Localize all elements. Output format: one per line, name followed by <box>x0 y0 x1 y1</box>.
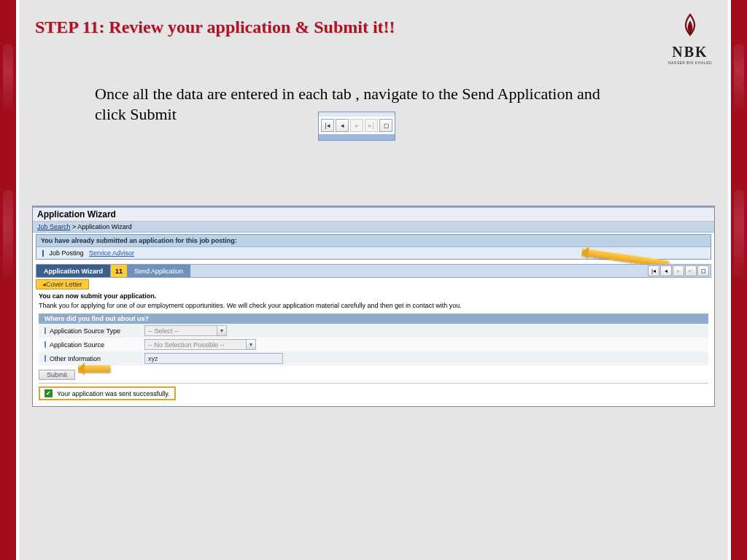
wizard-tab: Application Wizard <box>36 265 110 277</box>
next-icon[interactable]: ▸ <box>350 119 363 132</box>
job-posting-link[interactable]: Service Advisor <box>89 249 134 257</box>
logo-text: NBK <box>661 44 719 61</box>
wizard-step-name[interactable]: Send Application <box>127 265 190 277</box>
source-type-select[interactable]: -- Select -- <box>144 325 217 336</box>
prev-icon[interactable]: ◂ <box>660 265 672 276</box>
chevron-down-icon[interactable]: ▼ <box>217 325 227 336</box>
page-title: STEP 11: Review your application & Submi… <box>35 18 395 37</box>
find-out-section: Where did you find out about us? Applica… <box>39 314 708 365</box>
find-out-header: Where did you find out about us? <box>39 314 708 324</box>
source-select[interactable]: -- No Selection Possible -- <box>144 339 247 350</box>
logo: NBK NASSER BIN KHALED <box>661 13 719 65</box>
close-icon[interactable]: ◻ <box>379 119 392 132</box>
frame-left <box>0 0 16 560</box>
wizard-nav: |◂ ◂ ▸ ▸| ◻ <box>648 265 709 276</box>
check-icon: ✔ <box>44 389 53 397</box>
app-wizard-panel: Application Wizard Job Search > Applicat… <box>32 206 715 407</box>
submit-now-heading: You can now submit your application. <box>39 292 708 300</box>
flame-icon <box>676 13 704 42</box>
frame-right <box>731 0 747 560</box>
nav-toolbar-thumbnail: |◂ ◂ ▸ ▸| ◻ <box>318 112 395 141</box>
source-type-label: Application Source Type <box>50 327 144 335</box>
submit-button[interactable]: Submit <box>39 370 75 380</box>
first-icon[interactable]: |◂ <box>648 265 659 276</box>
wizard-step-number: 11 <box>110 265 127 277</box>
close-icon[interactable]: ◻ <box>697 265 709 276</box>
last-icon[interactable]: ▸| <box>365 119 378 132</box>
success-message: ✔ Your application was sent successfully… <box>39 386 176 400</box>
already-submitted-header: You have already submitted an applicatio… <box>36 235 711 246</box>
other-info-field[interactable]: xyz <box>144 353 283 364</box>
callout-arrow-icon <box>78 365 110 373</box>
breadcrumb-link[interactable]: Job Search <box>37 223 71 230</box>
submit-info: You can now submit your application. Tha… <box>39 292 708 309</box>
job-posting-label: Job Posting <box>50 249 84 257</box>
panel-title: Application Wizard <box>33 208 714 222</box>
source-label: Application Source <box>50 341 144 349</box>
breadcrumb: Job Search > Application Wizard <box>33 222 714 233</box>
logo-subtext: NASSER BIN KHALED <box>661 61 719 65</box>
last-icon[interactable]: ▸| <box>685 265 697 276</box>
wizard-step-bar: Application Wizard 11 Send Application |… <box>36 264 711 278</box>
prev-icon[interactable]: ◂ <box>336 119 349 132</box>
success-text: Your application was sent successfully. <box>57 390 170 397</box>
next-icon[interactable]: ▸ <box>673 265 684 276</box>
first-icon[interactable]: |◂ <box>321 119 334 132</box>
submit-now-text: Thank you for applying for one of our em… <box>39 302 462 309</box>
other-info-label: Other Information <box>50 355 144 362</box>
cover-letter-tab[interactable]: Cover Letter <box>36 279 89 289</box>
chevron-down-icon[interactable]: ▼ <box>247 339 256 350</box>
slide: STEP 11: Review your application & Submi… <box>0 0 747 560</box>
breadcrumb-current: Application Wizard <box>77 223 132 230</box>
